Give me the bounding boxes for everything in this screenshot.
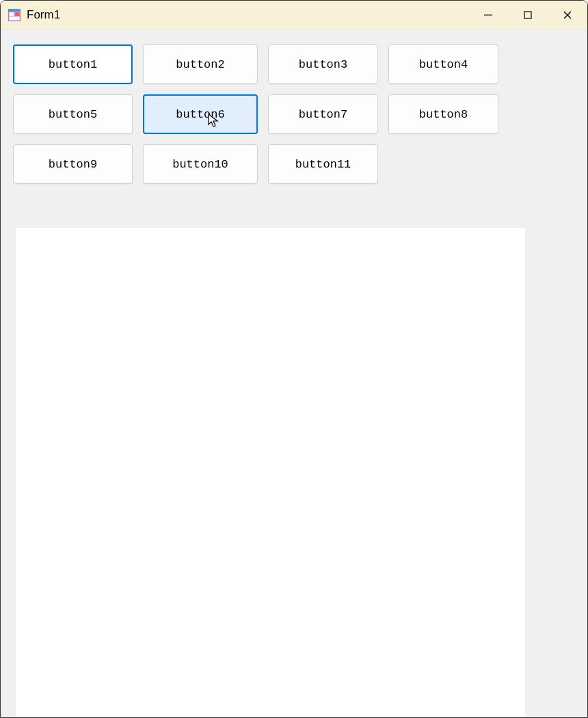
button-6[interactable]: button6 [143,94,258,134]
svg-rect-2 [10,12,14,16]
button-3[interactable]: button3 [268,44,378,84]
maximize-button[interactable] [508,1,548,29]
window-title: Form1 [27,8,468,22]
close-button[interactable] [548,1,587,29]
svg-rect-4 [10,16,20,20]
button-2[interactable]: button2 [143,44,258,84]
window-controls [468,1,587,29]
button-11[interactable]: button11 [268,144,378,184]
svg-rect-1 [8,9,21,12]
client-area: button1 button2 button3 button4 button5 … [1,29,587,717]
button-8[interactable]: button8 [388,94,498,134]
content-panel [16,228,525,718]
svg-rect-6 [524,12,531,18]
button-9[interactable]: button9 [13,144,133,184]
button-7[interactable]: button7 [268,94,378,134]
button-5[interactable]: button5 [13,94,133,134]
minimize-button[interactable] [468,1,508,29]
main-window: Form1 button1 button2 button3 button4 bu… [0,0,588,718]
titlebar[interactable]: Form1 [1,1,587,29]
button-10[interactable]: button10 [143,144,258,184]
app-icon [8,8,21,22]
svg-rect-3 [15,12,19,16]
button-1[interactable]: button1 [13,44,133,84]
button-grid: button1 button2 button3 button4 button5 … [13,44,512,184]
button-4[interactable]: button4 [388,44,498,84]
